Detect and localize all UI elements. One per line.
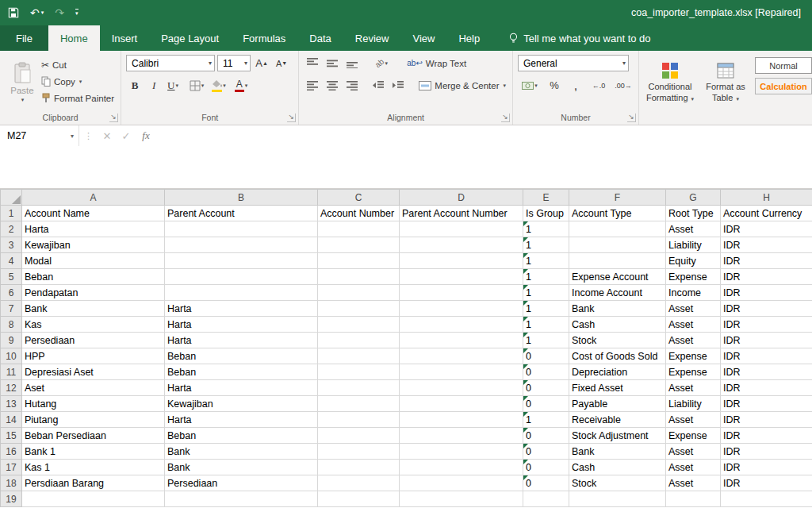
cell-H12[interactable]: IDR <box>721 380 812 396</box>
cell-B4[interactable] <box>165 253 318 269</box>
cell-G2[interactable]: Asset <box>666 221 721 237</box>
cell-D13[interactable] <box>400 396 523 412</box>
cell-D12[interactable] <box>400 380 523 396</box>
cell-G10[interactable]: Expense <box>666 348 721 364</box>
cell-F2[interactable] <box>569 221 666 237</box>
align-left-button[interactable] <box>304 77 321 94</box>
cell-B9[interactable]: Harta <box>165 333 318 348</box>
cell-A14[interactable]: Piutang <box>22 412 165 428</box>
cell-E4[interactable]: 1 <box>523 253 569 269</box>
cell-A8[interactable]: Kas <box>22 317 165 333</box>
merge-center-button[interactable]: Merge & Center ▾ <box>417 77 508 94</box>
cell-B14[interactable]: Harta <box>165 412 318 428</box>
cell-A7[interactable]: Bank <box>22 301 165 317</box>
cell-H16[interactable]: IDR <box>721 444 812 460</box>
col-header-D[interactable]: D <box>400 190 523 206</box>
cell-C11[interactable] <box>318 364 400 380</box>
format-as-table-dropdown-icon[interactable]: ▾ <box>736 96 739 102</box>
cell-C19[interactable] <box>318 491 400 507</box>
cell-C12[interactable] <box>318 380 400 396</box>
cell-E7[interactable]: 1 <box>523 301 569 317</box>
decrease-indent-button[interactable] <box>370 77 387 94</box>
cell-E9[interactable]: 1 <box>523 333 569 348</box>
cell-F5[interactable]: Expense Account <box>569 269 666 285</box>
cell-C14[interactable] <box>318 412 400 428</box>
row-header-15[interactable]: 15 <box>1 428 22 444</box>
row-header-7[interactable]: 7 <box>1 301 22 317</box>
cell-B5[interactable] <box>165 269 318 285</box>
cell-F10[interactable]: Cost of Goods Sold <box>569 348 666 364</box>
cell-F19[interactable] <box>569 491 666 507</box>
cell-F8[interactable]: Cash <box>569 317 666 333</box>
cell-C15[interactable] <box>318 428 400 444</box>
cell-D14[interactable] <box>400 412 523 428</box>
cell-B13[interactable]: Kewajiban <box>165 396 318 412</box>
row-header-14[interactable]: 14 <box>1 412 22 428</box>
cell-B8[interactable]: Harta <box>165 317 318 333</box>
font-color-dropdown-icon[interactable]: ▾ <box>245 83 248 89</box>
row-header-1[interactable]: 1 <box>1 206 22 221</box>
cell-H17[interactable]: IDR <box>721 460 812 475</box>
cell-C18[interactable] <box>318 475 400 491</box>
cell-D3[interactable] <box>400 237 523 253</box>
cell-E5[interactable]: 1 <box>523 269 569 285</box>
cell-B19[interactable] <box>165 491 318 507</box>
row-header-19[interactable]: 19 <box>1 491 22 507</box>
cell-G7[interactable]: Asset <box>666 301 721 317</box>
cell-H10[interactable]: IDR <box>721 348 812 364</box>
cell-F17[interactable]: Cash <box>569 460 666 475</box>
ribbon-tab-help[interactable]: Help <box>446 25 492 51</box>
cell-H9[interactable]: IDR <box>721 333 812 348</box>
cell-D10[interactable] <box>400 348 523 364</box>
cell-G8[interactable]: Asset <box>666 317 721 333</box>
cell-D19[interactable] <box>400 491 523 507</box>
cell-C2[interactable] <box>318 221 400 237</box>
cell-E12[interactable]: 0 <box>523 380 569 396</box>
cell-C9[interactable] <box>318 333 400 348</box>
row-header-9[interactable]: 9 <box>1 333 22 348</box>
cell-C3[interactable] <box>318 237 400 253</box>
conditional-formatting-dropdown-icon[interactable]: ▾ <box>691 96 695 102</box>
cell-F3[interactable] <box>569 237 666 253</box>
row-header-16[interactable]: 16 <box>1 444 22 460</box>
cell-H15[interactable]: IDR <box>721 428 812 444</box>
cell-B16[interactable]: Bank <box>165 444 318 460</box>
cell-F6[interactable]: Income Account <box>569 285 666 301</box>
col-header-B[interactable]: B <box>165 190 318 206</box>
cell-F4[interactable] <box>569 253 666 269</box>
cell-C8[interactable] <box>318 317 400 333</box>
middle-align-button[interactable] <box>324 55 341 71</box>
ribbon-tab-formulas[interactable]: Formulas <box>231 25 297 51</box>
cell-H14[interactable]: IDR <box>721 412 812 428</box>
cell-B12[interactable]: Harta <box>165 380 318 396</box>
accounting-dropdown-icon[interactable]: ▾ <box>534 83 538 89</box>
bold-button[interactable]: B <box>126 77 144 94</box>
row-header-2[interactable]: 2 <box>1 221 22 237</box>
cell-F7[interactable]: Bank <box>569 301 666 317</box>
cell-A2[interactable]: Harta <box>22 221 165 237</box>
cell-C1[interactable]: Account Number <box>318 206 400 221</box>
cell-A19[interactable] <box>22 491 165 507</box>
cell-G16[interactable]: Asset <box>666 444 721 460</box>
cell-D9[interactable] <box>400 333 523 348</box>
cell-G3[interactable]: Liability <box>666 237 721 253</box>
cell-G6[interactable]: Income <box>666 285 721 301</box>
cell-D1[interactable]: Parent Account Number <box>400 206 523 221</box>
cell-F11[interactable]: Depreciation <box>569 364 666 380</box>
cell-H3[interactable]: IDR <box>721 237 812 253</box>
cell-G14[interactable]: Asset <box>666 412 721 428</box>
cell-D8[interactable] <box>400 317 523 333</box>
cell-A10[interactable]: HPP <box>22 348 165 364</box>
cell-G11[interactable]: Expense <box>666 364 721 380</box>
cell-F18[interactable]: Stock <box>569 475 666 491</box>
format-as-table-button[interactable]: Format as Table ▾ <box>703 55 749 110</box>
ribbon-tab-page-layout[interactable]: Page Layout <box>149 25 231 51</box>
cell-B15[interactable]: Beban <box>165 428 318 444</box>
cell-E18[interactable]: 0 <box>523 475 569 491</box>
cell-A11[interactable]: Depresiasi Aset <box>22 364 165 380</box>
cell-A4[interactable]: Modal <box>22 253 165 269</box>
merge-center-dropdown-icon[interactable]: ▾ <box>503 83 506 89</box>
tell-me-box[interactable]: Tell me what you want to do <box>509 25 650 51</box>
cell-D5[interactable] <box>400 269 523 285</box>
number-format-select[interactable]: General ▾ <box>518 55 629 71</box>
